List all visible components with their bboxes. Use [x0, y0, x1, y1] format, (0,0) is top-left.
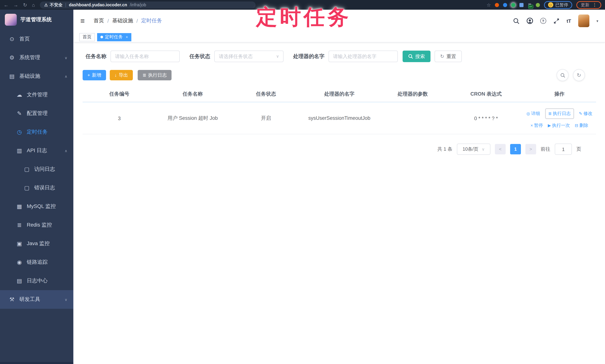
edit-action[interactable]: ✎ 修改 [579, 110, 592, 117]
extension-icon[interactable] [536, 3, 540, 7]
app-window: 定时任务 ← → ↻ ⌂ ⚠ 不安全 | dashboard.yudao.ioc… [0, 0, 605, 364]
exec-log-action[interactable]: ≣ 执行日志 [545, 108, 574, 119]
current-page-button[interactable]: 1 [510, 144, 521, 154]
task-name-input[interactable] [110, 51, 180, 62]
sidebar-item-label: API 日志 [27, 147, 47, 154]
page-size-select[interactable]: 10条/页 ∨ [457, 143, 490, 155]
font-size-icon[interactable]: tT [566, 18, 571, 24]
goto-page-input[interactable] [555, 143, 572, 155]
sidebar-item-log-center[interactable]: ▤ 日志中心 [0, 272, 73, 290]
tag-home[interactable]: 首页 [79, 33, 95, 41]
row-actions: ◎ 详细 ≣ 执行日志 ✎ 修改 [526, 108, 592, 129]
table-settings: ↻ [557, 69, 585, 81]
column-header: 任务名称 [156, 91, 229, 97]
extension-icon[interactable] [495, 3, 499, 7]
jobs-table: 任务编号 任务名称 任务状态 处理器的名字 处理器的参数 CRON 表达式 操作… [83, 87, 596, 134]
next-page-button[interactable]: > [525, 144, 536, 154]
address-bar[interactable]: ⚠ 不安全 | dashboard.yudao.iocoder.cn/infra… [40, 1, 256, 8]
back-icon[interactable]: ← [4, 2, 9, 7]
home-icon[interactable]: ⌂ [32, 2, 35, 7]
pause-icon: × [531, 123, 533, 128]
forward-icon[interactable]: → [13, 2, 18, 7]
sidebar-item-label: 研发工具 [19, 296, 40, 303]
sidebar-item-config-management[interactable]: ✎ 配置管理 [0, 104, 73, 123]
access-log-icon: ▢ [22, 166, 31, 173]
select-placeholder: 请选择任务状态 [219, 53, 253, 60]
prev-page-button[interactable]: < [495, 144, 506, 154]
extension-icon[interactable] [503, 3, 507, 7]
task-status-select[interactable]: 请选择任务状态 ∨ [214, 51, 284, 62]
collapse-sidebar-icon[interactable]: ≡ [80, 17, 85, 25]
sidebar-item-dev-tools[interactable]: ⚒ 研发工具 ∨ [0, 290, 73, 309]
search-button[interactable]: 搜索 [403, 51, 431, 62]
reset-button[interactable]: ↻ 重置 [434, 51, 462, 62]
sidebar-item-java-monitor[interactable]: ▣ Java 监控 [0, 234, 73, 253]
sidebar-item-scheduled-jobs[interactable]: ◷ 定时任务 [0, 123, 73, 141]
security-label: 不安全 [50, 2, 63, 8]
update-annotation[interactable]: 更新 ⋮ [576, 1, 601, 9]
sidebar-item-access-log[interactable]: ▢ 访问日志 [0, 160, 73, 179]
sidebar-item-redis-monitor[interactable]: ≣ Redis 监控 [0, 216, 73, 234]
sidebar-item-file-management[interactable]: ☁ 文件管理 [0, 86, 73, 104]
chevron-up-icon: ∧ [65, 149, 67, 153]
security-warning[interactable]: ⚠ 不安全 [44, 2, 63, 8]
toggle-search-button[interactable] [557, 69, 568, 81]
handler-name-label: 处理器的名字 [293, 53, 324, 60]
sidebar-logo-row[interactable]: 芋道管理系统 [0, 10, 73, 30]
browser-menu-icon[interactable]: ⋮ [592, 2, 597, 7]
sidebar-item-infrastructure[interactable]: ▤ 基础设施 ∧ [0, 67, 73, 86]
redis-icon: ≣ [15, 222, 24, 228]
handwritten-annotation: 定时任务 [256, 3, 351, 32]
sidebar-item-home[interactable]: ⊙ 首页 [0, 30, 73, 48]
fullscreen-icon[interactable] [553, 18, 559, 24]
column-header: 处理器的名字 [303, 91, 376, 97]
export-button[interactable]: ↓ 导出 [110, 70, 133, 80]
search-icon[interactable] [513, 18, 519, 24]
chevron-down-icon: ∨ [276, 54, 279, 59]
exec-log-button[interactable]: ≣ 执行日志 [138, 70, 171, 80]
update-button[interactable]: 更新 [581, 2, 589, 8]
sidebar-item-system[interactable]: ⚙ 系统管理 ∨ [0, 48, 73, 67]
handler-name-input[interactable] [329, 51, 398, 62]
sidebar-item-mysql-monitor[interactable]: ▦ MySQL 监控 [0, 197, 73, 216]
sidebar-item-error-log[interactable]: ▢ 错误日志 [0, 179, 73, 197]
refresh-icon: ↻ [440, 53, 444, 59]
extension-list-icon[interactable]: ≣on [528, 3, 531, 7]
run-once-action[interactable]: ▶ 执行一次 [548, 122, 570, 129]
cell-job-id: 3 [83, 113, 156, 124]
search-button-label: 搜索 [415, 53, 425, 60]
breadcrumb-separator: / [136, 18, 138, 24]
close-icon[interactable]: × [126, 35, 128, 39]
add-button[interactable]: + 新增 [83, 70, 106, 80]
search-icon [560, 73, 565, 78]
sidebar-item-api-log[interactable]: ▥ API 日志 ∧ [0, 141, 73, 160]
reload-icon[interactable]: ↻ [23, 2, 27, 7]
main-area: ≡ 首页 / 基础设施 / 定时任务 [73, 10, 605, 364]
avatar-caret-icon[interactable]: ▾ [596, 19, 598, 23]
breadcrumb-section[interactable]: 基础设施 [112, 17, 133, 24]
sidebar-item-trace[interactable]: ◉ 链路追踪 [0, 253, 73, 272]
user-avatar[interactable] [578, 14, 589, 27]
paused-profile-annotation[interactable]: ☺ 已暂停 [544, 1, 572, 9]
delete-action[interactable]: ⊟ 删除 [575, 122, 588, 129]
tag-label: 首页 [83, 34, 92, 40]
refresh-table-button[interactable]: ↻ [573, 69, 585, 81]
sidebar-item-label: 访问日志 [34, 166, 55, 173]
extension-icon[interactable] [520, 3, 524, 7]
goto-label: 前往 [541, 146, 550, 153]
error-log-icon: ▢ [22, 184, 31, 191]
column-header: 任务状态 [229, 91, 303, 97]
task-status-label: 任务状态 [189, 53, 210, 60]
help-icon[interactable]: ? [540, 18, 546, 24]
paused-label: 已暂停 [555, 2, 568, 8]
github-icon[interactable] [526, 17, 533, 24]
pause-action[interactable]: × 暂停 [531, 122, 543, 129]
tag-scheduled-jobs[interactable]: 定时任务 × [97, 33, 131, 41]
table-row: 3 用户 Session 超时 Job 开启 sysUserSessionTim… [83, 102, 596, 134]
bookmark-star-icon[interactable]: ☆ [487, 2, 491, 7]
detail-action[interactable]: ◎ 详细 [526, 110, 540, 117]
sidebar-item-label: Java 监控 [27, 240, 50, 247]
edit-icon: ✎ [15, 110, 24, 117]
breadcrumb-home[interactable]: 首页 [93, 17, 104, 24]
extension-icon[interactable] [512, 3, 515, 7]
